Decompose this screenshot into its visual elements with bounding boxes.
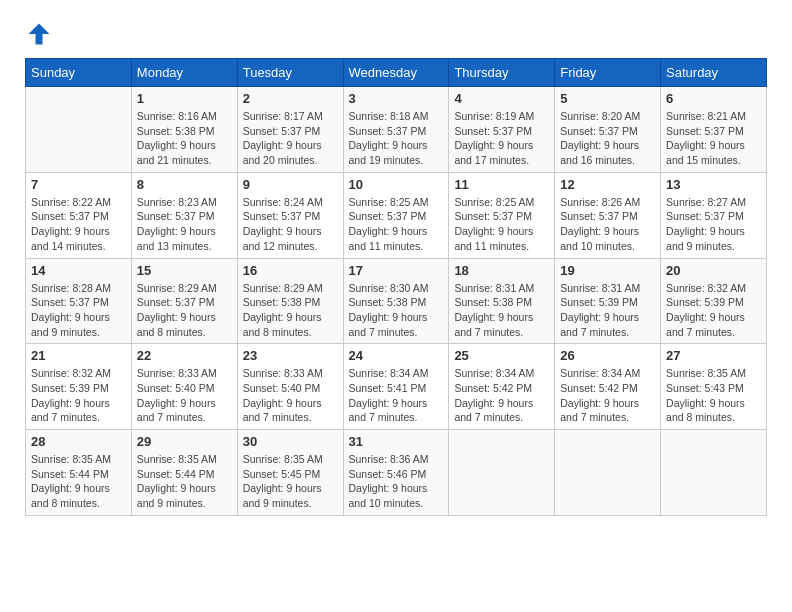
day-info: and 8 minutes. [31,496,126,511]
day-info: Sunrise: 8:35 AM [137,452,232,467]
day-info: Daylight: 9 hours [31,224,126,239]
day-info: Sunrise: 8:21 AM [666,109,761,124]
day-info: Daylight: 9 hours [454,396,549,411]
day-info: and 16 minutes. [560,153,655,168]
calendar-cell: 2Sunrise: 8:17 AMSunset: 5:37 PMDaylight… [237,87,343,173]
day-info: Sunrise: 8:16 AM [137,109,232,124]
calendar-cell: 20Sunrise: 8:32 AMSunset: 5:39 PMDayligh… [661,258,767,344]
day-info: Daylight: 9 hours [454,310,549,325]
day-info: Sunrise: 8:36 AM [349,452,444,467]
day-info: Sunset: 5:37 PM [31,295,126,310]
day-info: Sunrise: 8:28 AM [31,281,126,296]
day-info: Sunset: 5:40 PM [137,381,232,396]
day-number: 28 [31,434,126,449]
day-info: Sunset: 5:37 PM [560,124,655,139]
day-info: Sunset: 5:38 PM [349,295,444,310]
day-number: 9 [243,177,338,192]
day-number: 20 [666,263,761,278]
day-info: Daylight: 9 hours [31,481,126,496]
day-info: Sunset: 5:41 PM [349,381,444,396]
calendar-week-4: 21Sunrise: 8:32 AMSunset: 5:39 PMDayligh… [26,344,767,430]
header-wednesday: Wednesday [343,59,449,87]
day-info: Sunset: 5:37 PM [31,209,126,224]
day-info: Sunrise: 8:34 AM [454,366,549,381]
day-info: Daylight: 9 hours [243,224,338,239]
day-number: 6 [666,91,761,106]
day-info: Daylight: 9 hours [31,396,126,411]
day-info: Sunrise: 8:26 AM [560,195,655,210]
day-number: 15 [137,263,232,278]
header-saturday: Saturday [661,59,767,87]
day-info: Sunrise: 8:32 AM [31,366,126,381]
calendar-cell: 27Sunrise: 8:35 AMSunset: 5:43 PMDayligh… [661,344,767,430]
day-info: and 9 minutes. [137,496,232,511]
day-info: Sunrise: 8:29 AM [137,281,232,296]
day-info: Daylight: 9 hours [666,396,761,411]
day-number: 2 [243,91,338,106]
day-info: and 15 minutes. [666,153,761,168]
day-info: and 19 minutes. [349,153,444,168]
calendar-cell: 17Sunrise: 8:30 AMSunset: 5:38 PMDayligh… [343,258,449,344]
calendar-cell: 6Sunrise: 8:21 AMSunset: 5:37 PMDaylight… [661,87,767,173]
day-number: 5 [560,91,655,106]
day-info: Sunset: 5:37 PM [666,124,761,139]
calendar-cell: 21Sunrise: 8:32 AMSunset: 5:39 PMDayligh… [26,344,132,430]
day-info: Sunrise: 8:32 AM [666,281,761,296]
day-info: and 7 minutes. [349,410,444,425]
day-number: 29 [137,434,232,449]
day-info: Daylight: 9 hours [666,310,761,325]
day-info: Sunset: 5:37 PM [454,124,549,139]
day-info: and 7 minutes. [560,410,655,425]
day-info: and 11 minutes. [454,239,549,254]
calendar-cell: 12Sunrise: 8:26 AMSunset: 5:37 PMDayligh… [555,172,661,258]
calendar-cell: 26Sunrise: 8:34 AMSunset: 5:42 PMDayligh… [555,344,661,430]
day-info: Sunset: 5:37 PM [137,209,232,224]
day-info: Sunset: 5:38 PM [137,124,232,139]
day-info: Sunset: 5:46 PM [349,467,444,482]
day-info: Sunset: 5:37 PM [560,209,655,224]
calendar-cell: 7Sunrise: 8:22 AMSunset: 5:37 PMDaylight… [26,172,132,258]
calendar-cell: 30Sunrise: 8:35 AMSunset: 5:45 PMDayligh… [237,430,343,516]
day-number: 31 [349,434,444,449]
day-info: Sunset: 5:37 PM [666,209,761,224]
day-info: Sunset: 5:43 PM [666,381,761,396]
calendar-cell: 25Sunrise: 8:34 AMSunset: 5:42 PMDayligh… [449,344,555,430]
day-info: Sunrise: 8:34 AM [349,366,444,381]
calendar-cell: 4Sunrise: 8:19 AMSunset: 5:37 PMDaylight… [449,87,555,173]
day-info: Sunrise: 8:33 AM [137,366,232,381]
day-info: Sunset: 5:37 PM [243,209,338,224]
day-number: 18 [454,263,549,278]
day-info: Sunset: 5:42 PM [454,381,549,396]
day-info: and 21 minutes. [137,153,232,168]
calendar-cell: 23Sunrise: 8:33 AMSunset: 5:40 PMDayligh… [237,344,343,430]
calendar-week-5: 28Sunrise: 8:35 AMSunset: 5:44 PMDayligh… [26,430,767,516]
day-info: Sunrise: 8:35 AM [243,452,338,467]
calendar-week-3: 14Sunrise: 8:28 AMSunset: 5:37 PMDayligh… [26,258,767,344]
day-info: Sunrise: 8:19 AM [454,109,549,124]
calendar-cell: 3Sunrise: 8:18 AMSunset: 5:37 PMDaylight… [343,87,449,173]
day-info: Sunrise: 8:30 AM [349,281,444,296]
day-info: Sunset: 5:39 PM [666,295,761,310]
day-info: Daylight: 9 hours [349,138,444,153]
day-info: Sunrise: 8:33 AM [243,366,338,381]
calendar-cell: 13Sunrise: 8:27 AMSunset: 5:37 PMDayligh… [661,172,767,258]
day-info: and 9 minutes. [666,239,761,254]
day-info: Daylight: 9 hours [666,224,761,239]
header [25,20,767,48]
calendar-cell: 11Sunrise: 8:25 AMSunset: 5:37 PMDayligh… [449,172,555,258]
day-info: and 11 minutes. [349,239,444,254]
logo [25,20,57,48]
day-number: 10 [349,177,444,192]
day-number: 8 [137,177,232,192]
day-info: Daylight: 9 hours [243,138,338,153]
day-info: and 7 minutes. [666,325,761,340]
calendar-cell: 1Sunrise: 8:16 AMSunset: 5:38 PMDaylight… [131,87,237,173]
calendar-cell: 10Sunrise: 8:25 AMSunset: 5:37 PMDayligh… [343,172,449,258]
day-number: 17 [349,263,444,278]
calendar-cell [555,430,661,516]
day-info: and 12 minutes. [243,239,338,254]
day-number: 1 [137,91,232,106]
day-info: Sunrise: 8:18 AM [349,109,444,124]
day-info: Sunset: 5:39 PM [31,381,126,396]
calendar-cell: 5Sunrise: 8:20 AMSunset: 5:37 PMDaylight… [555,87,661,173]
